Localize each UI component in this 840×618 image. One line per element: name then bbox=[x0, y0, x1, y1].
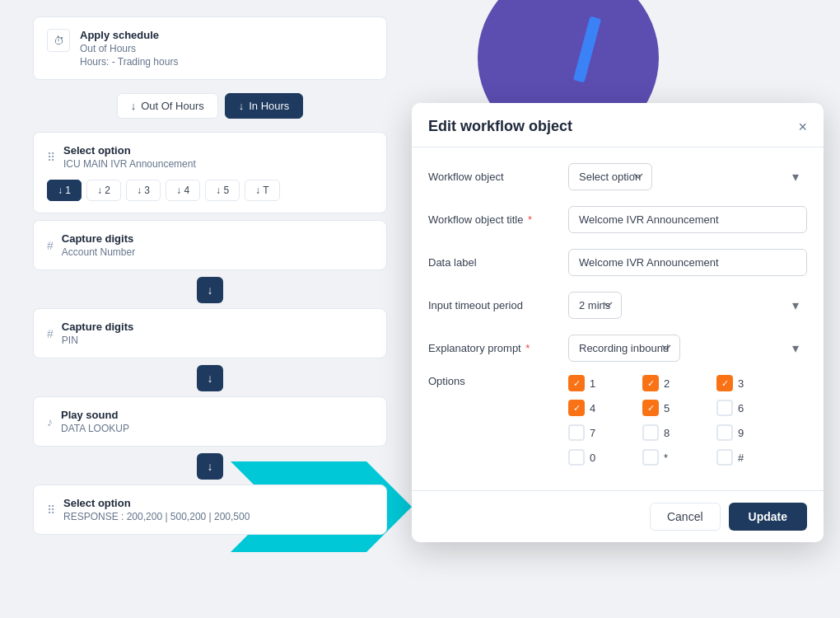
select-option-sub-2: RESPONSE : 200,200 | 500,200 | 200,500 bbox=[63, 511, 250, 522]
schedule-title: Apply schedule bbox=[80, 29, 178, 41]
arrow-connector-3: ↓ bbox=[33, 453, 387, 480]
arrow-down-button-3[interactable]: ↓ bbox=[197, 453, 223, 480]
out-of-hours-label: Out Of Hours bbox=[141, 100, 204, 112]
option-checkbox-1[interactable]: ✓ bbox=[568, 375, 585, 391]
down-icon: ↓ bbox=[131, 100, 137, 112]
option-checkbox-hash[interactable] bbox=[716, 449, 733, 466]
grid-icon-2: ⠿ bbox=[47, 503, 55, 517]
option-item-8: 8 bbox=[642, 424, 708, 441]
arrow-connector-1: ↓ bbox=[33, 277, 387, 303]
option-label-hash: # bbox=[738, 452, 744, 464]
modal-body: Workflow object Select option Workflow o… bbox=[412, 147, 824, 490]
option-item-6: 6 bbox=[716, 400, 782, 416]
option-checkbox-7[interactable] bbox=[568, 424, 585, 441]
select-option-card: ⠿ Select option ICU MAIN IVR Announcemen… bbox=[33, 132, 387, 213]
option-checkbox-9[interactable] bbox=[716, 424, 733, 441]
explanatory-prompt-select-wrapper: Recording inbound bbox=[568, 335, 807, 362]
capture-digits-title-2: Capture digits bbox=[62, 321, 133, 333]
capture-digits-title-1: Capture digits bbox=[62, 232, 135, 245]
modal-title: Edit workflow object bbox=[428, 118, 572, 135]
option-checkbox-star[interactable] bbox=[642, 449, 659, 466]
options-grid: ✓ 1 ✓ 2 ✓ 3 ✓ 4 ✓ 5 bbox=[568, 375, 782, 466]
select-option-card-2: ⠿ Select option RESPONSE : 200,200 | 500… bbox=[33, 485, 387, 535]
data-label-row: Data label bbox=[428, 246, 807, 278]
option-item-3: ✓ 3 bbox=[716, 375, 782, 391]
schedule-text: Apply schedule Out of Hours Hours: - Tra… bbox=[80, 29, 178, 68]
update-button[interactable]: Update bbox=[729, 503, 807, 531]
capture-digits-sub-1: Account Number bbox=[62, 246, 135, 258]
option-label-8: 8 bbox=[664, 427, 670, 439]
digit-btn-t[interactable]: ↓ T bbox=[245, 180, 279, 201]
schedule-line1: Out of Hours bbox=[80, 43, 178, 54]
option-item-5: ✓ 5 bbox=[642, 400, 708, 416]
option-label-5: 5 bbox=[664, 402, 670, 414]
play-sound-card: ♪ Play sound DATA LOOKUP bbox=[33, 396, 387, 447]
input-timeout-label: Input timeout period bbox=[428, 299, 568, 311]
data-label-input[interactable] bbox=[568, 249, 807, 276]
option-checkbox-4[interactable]: ✓ bbox=[568, 400, 585, 416]
arrow-down-button-2[interactable]: ↓ bbox=[197, 365, 223, 391]
edit-workflow-modal: Edit workflow object × Workflow object S… bbox=[412, 103, 824, 542]
toggle-buttons-group: ↓ Out Of Hours ↓ In Hours bbox=[33, 93, 387, 119]
select-option-title: Select option bbox=[63, 144, 196, 157]
hash-icon-1: # bbox=[47, 239, 54, 252]
option-checkbox-2[interactable]: ✓ bbox=[642, 375, 659, 391]
music-icon: ♪ bbox=[47, 415, 53, 428]
explanatory-prompt-select[interactable]: Recording inbound bbox=[568, 335, 680, 362]
in-hours-button[interactable]: ↓ In Hours bbox=[225, 93, 304, 119]
option-label-6: 6 bbox=[738, 402, 744, 414]
option-label-4: 4 bbox=[590, 402, 595, 414]
hash-icon-2: # bbox=[47, 327, 54, 340]
input-timeout-select-wrapper: 2 mins bbox=[568, 292, 807, 319]
workflow-object-title-row: Workflow object title * bbox=[428, 204, 807, 235]
select-option-title-2: Select option bbox=[63, 497, 250, 509]
data-label-label: Data label bbox=[428, 256, 568, 269]
workflow-object-label: Workflow object bbox=[428, 171, 568, 183]
input-timeout-row: Input timeout period 2 mins bbox=[428, 289, 807, 321]
digit-btn-2[interactable]: ↓ 2 bbox=[86, 180, 121, 201]
grid-icon: ⠿ bbox=[47, 151, 55, 164]
explanatory-prompt-label: Explanatory prompt * bbox=[428, 342, 568, 354]
workflow-object-select-wrapper: Select option bbox=[568, 163, 807, 190]
option-label-0: 0 bbox=[590, 452, 595, 464]
arrow-down-button-1[interactable]: ↓ bbox=[197, 277, 223, 303]
capture-digits-sub-2: PIN bbox=[62, 335, 133, 346]
schedule-card: ⏱ Apply schedule Out of Hours Hours: - T… bbox=[33, 16, 387, 80]
option-label-2: 2 bbox=[664, 377, 670, 390]
input-timeout-select[interactable]: 2 mins bbox=[568, 292, 622, 319]
out-of-hours-button[interactable]: ↓ Out Of Hours bbox=[117, 93, 218, 119]
explanatory-prompt-row: Explanatory prompt * Recording inbound bbox=[428, 332, 807, 363]
play-sound-title: Play sound bbox=[61, 409, 129, 421]
cancel-button[interactable]: Cancel bbox=[650, 503, 721, 531]
digit-btn-1[interactable]: ↓ 1 bbox=[47, 180, 82, 201]
option-item-0: 0 bbox=[568, 449, 634, 466]
option-item-hash: # bbox=[716, 449, 782, 466]
modal-footer: Cancel Update bbox=[412, 490, 824, 542]
option-checkbox-5[interactable]: ✓ bbox=[642, 400, 659, 416]
option-label-3: 3 bbox=[738, 377, 744, 390]
play-sound-sub: DATA LOOKUP bbox=[61, 423, 129, 434]
option-label-7: 7 bbox=[590, 427, 595, 439]
down-icon-active: ↓ bbox=[239, 100, 245, 112]
digit-btn-5[interactable]: ↓ 5 bbox=[205, 180, 240, 201]
arrow-connector-2: ↓ bbox=[33, 365, 387, 391]
options-label: Options bbox=[428, 375, 568, 387]
options-row: Options ✓ 1 ✓ 2 ✓ 3 ✓ 4 bbox=[428, 375, 807, 466]
digit-btn-4[interactable]: ↓ 4 bbox=[166, 180, 200, 201]
workflow-object-title-input[interactable] bbox=[568, 206, 807, 233]
modal-close-button[interactable]: × bbox=[798, 119, 807, 134]
option-checkbox-3[interactable]: ✓ bbox=[716, 375, 733, 391]
option-item-4: ✓ 4 bbox=[568, 400, 634, 416]
option-label-1: 1 bbox=[590, 377, 595, 390]
option-checkbox-6[interactable] bbox=[716, 400, 733, 416]
digit-buttons-group: ↓ 1 ↓ 2 ↓ 3 ↓ 4 ↓ 5 ↓ T bbox=[47, 180, 373, 201]
option-item-7: 7 bbox=[568, 424, 634, 441]
option-checkbox-8[interactable] bbox=[642, 424, 659, 441]
capture-digits-card-2: # Capture digits PIN bbox=[33, 308, 387, 358]
workflow-object-select[interactable]: Select option bbox=[568, 163, 652, 190]
modal-header: Edit workflow object × bbox=[412, 103, 824, 147]
option-checkbox-0[interactable] bbox=[568, 449, 585, 466]
schedule-line2: Hours: - Trading hours bbox=[80, 56, 178, 68]
workflow-object-title-label: Workflow object title * bbox=[428, 213, 568, 226]
digit-btn-3[interactable]: ↓ 3 bbox=[126, 180, 161, 201]
